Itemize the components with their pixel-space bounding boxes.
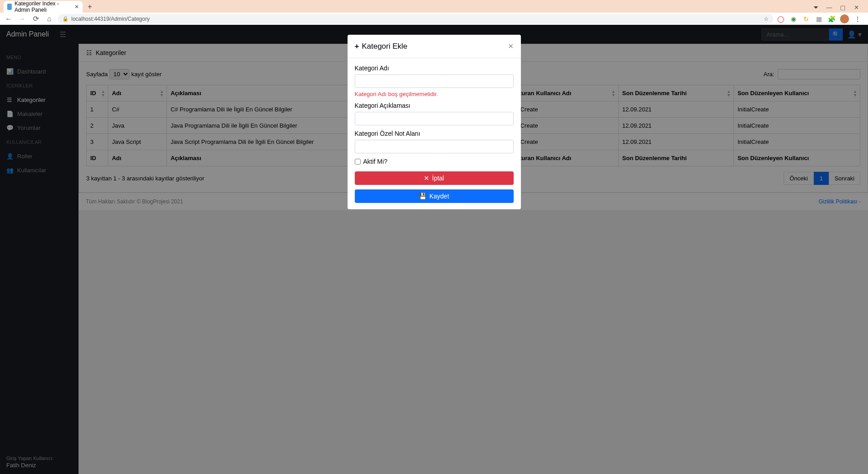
category-name-label: Kategori Adı — [355, 64, 514, 72]
back-button[interactable]: ← — [4, 14, 14, 24]
category-note-label: Kategori Özel Not Alanı — [355, 130, 514, 137]
active-label: Aktif Mi? — [363, 158, 388, 165]
cancel-button[interactable]: ✕ İptal — [355, 171, 514, 185]
star-icon[interactable]: ☆ — [764, 16, 769, 22]
category-name-error: Kategori Adı boş geçilmemelidir. — [355, 91, 514, 97]
tab-bar: Kategoriler Index - Admin Paneli ✕ + ⏷ —… — [0, 0, 868, 13]
modal-header: + Kategori Ekle × — [348, 35, 521, 58]
add-category-modal: + Kategori Ekle × Kategori Adı Kategori … — [348, 35, 521, 209]
close-icon: ✕ — [424, 175, 429, 182]
category-note-input[interactable] — [355, 140, 514, 153]
url-input[interactable]: 🔒 localhost:44319/Admin/Category ☆ — [58, 14, 773, 24]
save-icon: 💾 — [419, 193, 427, 200]
modal-title-text: Kategori Ekle — [362, 42, 407, 51]
active-checkbox-row[interactable]: Aktif Mi? — [355, 158, 514, 165]
favicon — [7, 4, 12, 10]
category-desc-label: Kategori Açıklaması — [355, 102, 514, 109]
window-controls: ⏷ — ▢ ✕ — [804, 0, 868, 14]
plus-icon: + — [355, 42, 359, 51]
cancel-label: İptal — [432, 175, 444, 182]
ext-icon[interactable]: ↻ — [802, 15, 810, 23]
close-window-button[interactable]: ✕ — [853, 4, 860, 11]
modal-overlay[interactable]: + Kategori Ekle × Kategori Adı Kategori … — [0, 25, 868, 474]
ext-icon[interactable]: ▦ — [815, 15, 823, 23]
modal-close-button[interactable]: × — [508, 41, 514, 51]
menu-icon[interactable]: ⋮ — [854, 15, 862, 23]
profile-avatar[interactable] — [840, 14, 849, 23]
ext-icon[interactable]: ◯ — [777, 15, 785, 23]
minimize-button[interactable]: — — [826, 4, 833, 11]
forward-button[interactable]: → — [17, 14, 27, 24]
reload-button[interactable]: ⟳ — [31, 14, 41, 24]
browser-tab[interactable]: Kategoriler Index - Admin Paneli ✕ — [4, 1, 83, 13]
category-desc-input[interactable] — [355, 112, 514, 125]
maximize-button[interactable]: ▢ — [839, 4, 846, 11]
extension-icons: ◯ ◉ ↻ ▦ 🧩 ⋮ — [777, 14, 864, 23]
save-button[interactable]: 💾 Kaydet — [355, 189, 514, 203]
extensions-icon[interactable]: 🧩 — [827, 15, 836, 23]
url-text: localhost:44319/Admin/Category — [71, 16, 149, 22]
new-tab-button[interactable]: + — [85, 2, 94, 11]
opera-icon[interactable]: ⏷ — [812, 4, 819, 11]
address-bar: ← → ⟳ ⌂ 🔒 localhost:44319/Admin/Category… — [0, 13, 868, 25]
active-checkbox[interactable] — [355, 159, 361, 165]
browser-chrome: Kategoriler Index - Admin Paneli ✕ + ⏷ —… — [0, 0, 868, 25]
ext-icon[interactable]: ◉ — [789, 15, 798, 23]
modal-body: Kategori Adı Kategori Adı boş geçilmemel… — [348, 58, 521, 209]
tab-title: Kategoriler Index - Admin Paneli — [14, 0, 72, 13]
save-label: Kaydet — [429, 193, 449, 200]
lock-icon: 🔒 — [62, 16, 69, 22]
home-button[interactable]: ⌂ — [44, 14, 54, 24]
category-name-input[interactable] — [355, 74, 514, 88]
tab-close-icon[interactable]: ✕ — [74, 4, 79, 10]
